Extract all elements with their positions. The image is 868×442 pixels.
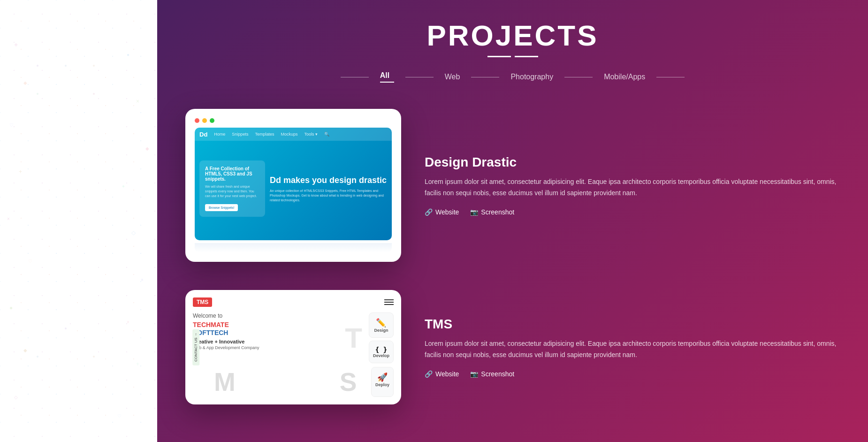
svg-point-25 (93, 356, 95, 358)
tms-deploy-row: S 🚀 Deploy (330, 367, 394, 397)
svg-point-20 (93, 65, 95, 67)
tms-brand: TECHMATE SOFTTECH (193, 321, 336, 337)
svg-point-18 (37, 65, 38, 67)
svg-text:×: × (136, 98, 139, 105)
filter-line-2 (471, 77, 499, 77)
tms-letter-s: S (330, 367, 366, 397)
tms-header: TMS (193, 297, 394, 307)
screenshot-icon: 📷 (470, 208, 478, 216)
svg-point-24 (37, 356, 38, 358)
tab-photography[interactable]: Photography (499, 70, 564, 84)
project-links-tms: 🔗 Website 📷 Screenshot (425, 370, 840, 378)
screenshot-link-tms[interactable]: 📷 Screenshot (470, 370, 514, 378)
svg-point-19 (65, 65, 67, 67)
tms-card-develop: { } Develop (369, 341, 394, 363)
browser-bar (195, 118, 392, 123)
dd-subtext: An unique collection of HTML5/CSS3 Snipp… (270, 189, 387, 202)
filter-line-3 (564, 77, 593, 77)
tms-letter-container: M (193, 367, 257, 397)
svg-text:●: ● (122, 183, 125, 189)
svg-text:●: ● (127, 52, 129, 57)
sidebar: + ● ◆ × ♡ ◆ + ● × ◇ ♡ + ● × ◆ + ◇ ♡ John… (0, 0, 157, 442)
page-title: PROJECTS (185, 19, 840, 52)
svg-text:◇: ◇ (131, 229, 136, 236)
browser-dot-red (195, 118, 199, 123)
tms-card-design: ✏️ Design (369, 312, 394, 338)
svg-text:●: ● (9, 305, 13, 311)
screenshot-label-tms: Screenshot (481, 370, 514, 378)
title-underline (185, 56, 840, 57)
external-link-icon: 🔗 (425, 208, 433, 216)
dd-nav-templates: Templates (255, 132, 274, 137)
svg-text:×: × (127, 320, 129, 325)
design-label: Design (373, 328, 389, 333)
tms-welcome: Welcome to (193, 312, 336, 319)
svg-text:◇: ◇ (14, 395, 18, 400)
dd-headline: Dd makes you design drastic (270, 175, 387, 186)
dd-nav: Dd Home Snippets Templates Mockups Tools… (195, 128, 392, 141)
dd-nav-search: 🔍 (324, 132, 329, 137)
svg-text:♡: ♡ (28, 259, 32, 264)
develop-icon: { } (373, 346, 389, 353)
browser-dot-green (210, 118, 214, 123)
tms-brand-part1: TECHMATE (193, 321, 229, 328)
tab-web[interactable]: Web (434, 70, 472, 84)
tms-logo: TMS (193, 297, 212, 307)
dd-logo: Dd (199, 131, 207, 138)
dd-browse-btn[interactable]: Browse Snippets! (205, 204, 238, 211)
mockup-tms: TMS Welcome to TECHMATE SOFTTECH Creativ… (185, 290, 401, 404)
design-icon: ✏️ (373, 318, 389, 328)
tms-tagline: Creative + Innovative (193, 339, 336, 344)
project-links-dd: 🔗 Website 📷 Screenshot (425, 208, 840, 216)
project-name-dd: Design Drastic (425, 155, 840, 170)
svg-text:◆: ◆ (145, 146, 149, 151)
website-label-tms: Website (435, 370, 459, 378)
tms-second-row: M S 🚀 Deploy (193, 367, 394, 397)
screenshot-label-dd: Screenshot (481, 208, 514, 216)
project-info-design-drastic: Design Drastic Lorem ipsum dolor sit ame… (425, 155, 840, 216)
dd-card-text: We will share fresh and unique snippets … (205, 184, 259, 198)
tms-desc: Web & App Development Company (193, 345, 336, 350)
external-link-icon-tms: 🔗 (425, 370, 433, 378)
svg-text:♡: ♡ (9, 122, 14, 128)
svg-text:+: + (19, 168, 22, 175)
tms-letter-t: T (341, 312, 366, 363)
dd-right: Dd makes you design drastic An unique co… (270, 175, 387, 203)
dd-card-title: A Free Collection of HTML5, CSS3 and JS … (205, 166, 259, 182)
dd-nav-mockups: Mockups (281, 132, 297, 137)
svg-point-23 (65, 328, 67, 329)
svg-text:+: + (141, 277, 144, 282)
tab-all[interactable]: All (369, 69, 405, 85)
website-link-dd[interactable]: 🔗 Website (425, 208, 459, 216)
project-row-design-drastic: Dd Home Snippets Templates Mockups Tools… (185, 109, 840, 262)
project-desc-dd: Lorem ipsum dolor sit amet, consectetur … (425, 176, 840, 199)
mockup-shadow (195, 243, 392, 252)
browser-dot-yellow (202, 118, 207, 123)
main-content: PROJECTS All Web Photography Mobile/Apps… (157, 0, 868, 442)
tms-body: Welcome to TECHMATE SOFTTECH Creative + … (193, 312, 394, 363)
project-row-tms: TMS Lorem ipsum dolor sit amet, consecte… (185, 290, 840, 404)
mockup-design-drastic: Dd Home Snippets Templates Mockups Tools… (185, 109, 401, 262)
svg-text:+: + (136, 361, 139, 367)
tms-hamburger (384, 299, 394, 305)
dd-hero: A Free Collection of HTML5, CSS3 and JS … (195, 146, 392, 221)
svg-text:×: × (7, 216, 10, 221)
filter-line-1 (405, 77, 434, 77)
dd-nav-home: Home (214, 132, 225, 137)
website-link-tms[interactable]: 🔗 Website (425, 370, 459, 378)
tms-contact-tab[interactable]: CONTACT US → (192, 329, 199, 365)
filter-nav: All Web Photography Mobile/Apps (185, 69, 840, 85)
dd-nav-snippets: Snippets (232, 132, 248, 137)
deploy-icon: 🚀 (375, 372, 389, 382)
tms-right: T ✏️ Design { } Develop (341, 312, 394, 363)
project-name-tms: TMS (425, 317, 840, 332)
dd-mockup-content: Dd Home Snippets Templates Mockups Tools… (195, 128, 392, 240)
screenshot-link-dd[interactable]: 📷 Screenshot (470, 208, 514, 216)
svg-point-21 (37, 93, 38, 95)
website-label-dd: Website (435, 208, 459, 216)
tms-card-deploy: 🚀 Deploy (371, 367, 394, 397)
dd-card: A Free Collection of HTML5, CSS3 and JS … (199, 160, 265, 216)
screenshot-icon-tms: 📷 (470, 370, 478, 378)
svg-text:+: + (14, 41, 18, 48)
tab-mobile[interactable]: Mobile/Apps (593, 70, 656, 84)
